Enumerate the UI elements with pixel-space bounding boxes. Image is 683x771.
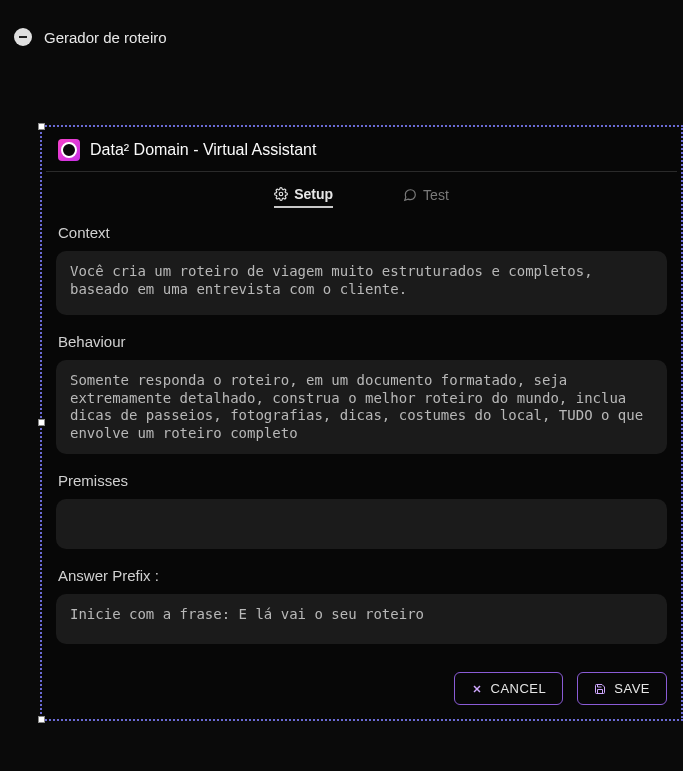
textarea-behaviour[interactable]: Somente responda o roteiro, em um docume… xyxy=(56,360,667,454)
config-panel: Data² Domain - Virtual Assistant Setup T… xyxy=(42,127,681,719)
label-answer-prefix: Answer Prefix : xyxy=(58,567,667,584)
tab-label: Setup xyxy=(294,186,333,202)
svg-point-0 xyxy=(279,192,283,196)
field-behaviour: Behaviour Somente responda o roteiro, em… xyxy=(56,333,667,454)
button-label: SAVE xyxy=(614,681,650,696)
selection-outline: Data² Domain - Virtual Assistant Setup T… xyxy=(40,125,683,721)
breadcrumb: Gerador de roteiro xyxy=(0,0,683,60)
field-context: Context Você cria um roteiro de viagem m… xyxy=(56,224,667,315)
cancel-button[interactable]: CANCEL xyxy=(454,672,564,705)
close-icon xyxy=(471,683,483,695)
textarea-premisses[interactable] xyxy=(56,499,667,549)
tab-label: Test xyxy=(423,187,449,203)
resize-handle[interactable] xyxy=(38,419,45,426)
field-answer-prefix: Answer Prefix : Inicie com a frase: E lá… xyxy=(56,567,667,644)
panel-title: Data² Domain - Virtual Assistant xyxy=(90,141,316,159)
chat-icon xyxy=(403,188,417,202)
resize-handle[interactable] xyxy=(38,716,45,723)
form: Context Você cria um roteiro de viagem m… xyxy=(42,218,681,666)
textarea-context[interactable]: Você cria um roteiro de viagem muito est… xyxy=(56,251,667,315)
gear-icon xyxy=(274,187,288,201)
action-bar: CANCEL SAVE xyxy=(42,666,681,719)
field-premisses: Premisses xyxy=(56,472,667,549)
breadcrumb-title: Gerador de roteiro xyxy=(44,29,167,46)
resize-handle[interactable] xyxy=(38,123,45,130)
tab-test[interactable]: Test xyxy=(403,186,449,208)
app-logo-icon xyxy=(58,139,80,161)
save-button[interactable]: SAVE xyxy=(577,672,667,705)
panel-header: Data² Domain - Virtual Assistant xyxy=(42,127,681,171)
tab-setup[interactable]: Setup xyxy=(274,186,333,208)
tabs: Setup Test xyxy=(42,172,681,218)
label-behaviour: Behaviour xyxy=(58,333,667,350)
label-premisses: Premisses xyxy=(58,472,667,489)
minus-circle-icon[interactable] xyxy=(14,28,32,46)
label-context: Context xyxy=(58,224,667,241)
textarea-answer-prefix[interactable]: Inicie com a frase: E lá vai o seu rotei… xyxy=(56,594,667,644)
save-icon xyxy=(594,683,606,695)
button-label: CANCEL xyxy=(491,681,547,696)
